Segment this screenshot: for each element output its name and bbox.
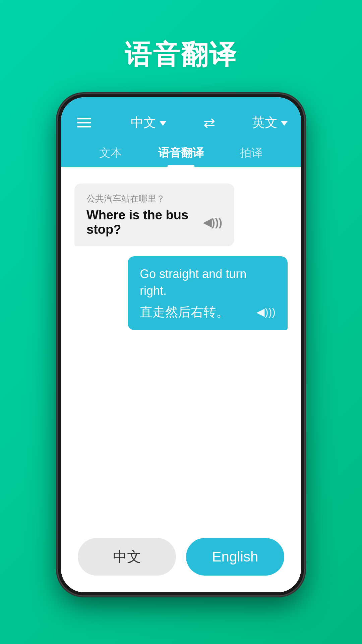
tab-photo-label: 拍译 bbox=[240, 146, 263, 159]
target-lang-label: 英文 bbox=[252, 114, 278, 131]
source-lang-label: 中文 bbox=[131, 114, 156, 131]
chinese-mic-button[interactable]: 中文 bbox=[78, 538, 176, 576]
target-lang-chevron-icon bbox=[281, 121, 288, 126]
bubble-left-sub-text: 公共汽车站在哪里？ bbox=[86, 193, 222, 205]
source-lang-chevron-icon bbox=[160, 121, 166, 126]
message-bubble-left: 公共汽车站在哪里？ Where is the bus stop? ◀))) bbox=[74, 183, 234, 246]
phone-screen: 中文 ⇄ 英文 文本 语音翻译 拍译 bbox=[61, 97, 301, 592]
menu-line-1 bbox=[77, 118, 91, 119]
bubble-right-main-text: Go straight and turn right. bbox=[140, 266, 276, 300]
source-lang-selector[interactable]: 中文 bbox=[131, 114, 166, 131]
bubble-right-sound-icon[interactable]: ◀))) bbox=[256, 306, 276, 318]
bubble-left-text-content: Where is the bus stop? bbox=[86, 208, 198, 237]
top-bar-row: 中文 ⇄ 英文 bbox=[74, 114, 288, 139]
tab-voice-label: 语音翻译 bbox=[158, 146, 204, 159]
bubble-right-text-content: 直走然后右转。 bbox=[140, 304, 229, 321]
menu-line-2 bbox=[77, 122, 91, 123]
bottom-bar: 中文 English bbox=[61, 528, 301, 592]
tab-voice[interactable]: 语音翻译 bbox=[148, 139, 214, 167]
menu-button[interactable] bbox=[74, 115, 94, 130]
phone-wrapper: 中文 ⇄ 英文 文本 语音翻译 拍译 bbox=[57, 93, 305, 596]
bubble-left-sound-icon[interactable]: ◀))) bbox=[203, 216, 222, 229]
bubble-right-sub-text: 直走然后右转。 ◀))) bbox=[140, 304, 276, 321]
message-bubble-right: Go straight and turn right. 直走然后右转。 ◀))) bbox=[128, 256, 288, 330]
english-mic-button[interactable]: English bbox=[186, 538, 284, 576]
target-lang-selector[interactable]: 英文 bbox=[252, 114, 288, 131]
tab-text-label: 文本 bbox=[99, 146, 122, 159]
top-bar: 中文 ⇄ 英文 文本 语音翻译 拍译 bbox=[61, 97, 301, 167]
page-title: 语音翻译 bbox=[125, 37, 237, 73]
menu-line-3 bbox=[77, 126, 91, 127]
tabs-row: 文本 语音翻译 拍译 bbox=[74, 139, 288, 167]
tab-photo[interactable]: 拍译 bbox=[230, 139, 273, 167]
swap-languages-button[interactable]: ⇄ bbox=[203, 114, 215, 131]
bubble-left-main-text: Where is the bus stop? ◀))) bbox=[86, 208, 222, 237]
content-area: 公共汽车站在哪里？ Where is the bus stop? ◀))) Go… bbox=[61, 167, 301, 528]
tab-text[interactable]: 文本 bbox=[89, 139, 132, 167]
